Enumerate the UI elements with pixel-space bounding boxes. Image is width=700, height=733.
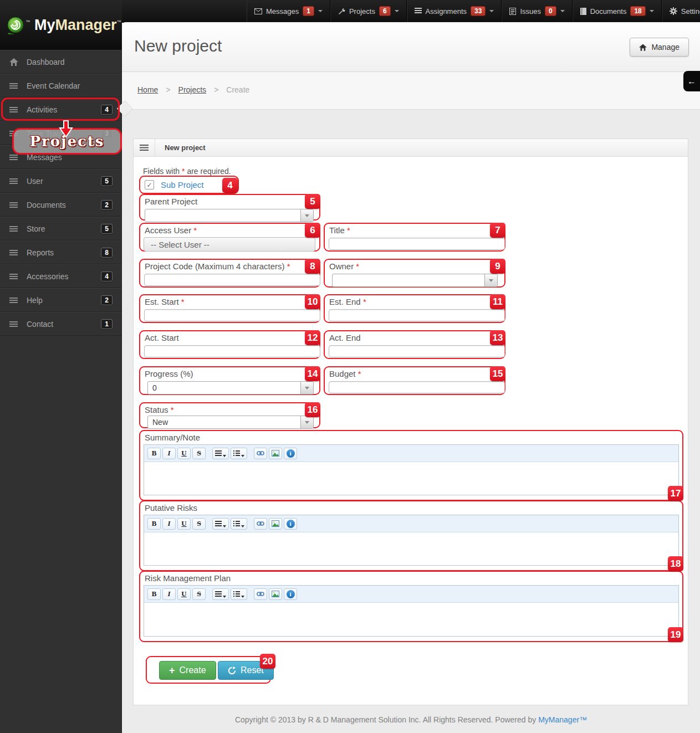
link-button[interactable] [254, 448, 267, 459]
breadcrumb-home[interactable]: Home [137, 85, 158, 94]
breadcrumb-projects[interactable]: Projects [178, 85, 207, 94]
sidebar-item-activities[interactable]: Activities 4 [0, 98, 121, 121]
sidebar-item-dashboard[interactable]: Dashboard [0, 50, 121, 74]
nav-projects[interactable]: Projects 6 [330, 0, 407, 22]
app-root: Messages 1 Projects 6 Assignments 33 Iss… [0, 0, 700, 733]
sidebar-item-store[interactable]: Store 5 [0, 217, 121, 240]
select-user-button[interactable]: -- Select User -- [144, 237, 315, 252]
strikethrough-button[interactable]: S [192, 518, 206, 530]
app-logo[interactable]: ™ MyManager ™ [0, 0, 122, 50]
align-button[interactable] [212, 518, 229, 530]
book-icon [580, 8, 586, 15]
sidebar-item-contact[interactable]: Contact 1 [0, 312, 121, 336]
owner-select[interactable] [332, 274, 498, 287]
annotation-badge-7: 7 [490, 223, 505, 238]
list-button[interactable] [231, 588, 247, 600]
info-button[interactable]: i [284, 588, 297, 600]
budget-input[interactable] [329, 381, 505, 393]
image-button[interactable] [269, 588, 282, 600]
editor-toolbar: B I U S i [144, 515, 678, 532]
field-risk-management-plan: Risk Management Plan B I U S i 19 [139, 571, 683, 642]
italic-button[interactable]: I [162, 448, 176, 459]
putative-risks-textarea[interactable] [144, 532, 678, 565]
dropdown-button[interactable] [484, 274, 497, 286]
sidebar-item-event-calendar[interactable]: Event Calendar [0, 74, 121, 98]
image-button[interactable] [269, 518, 282, 530]
sidebar-item-documents[interactable]: Documents 2 [0, 193, 121, 217]
annotation-badge-14: 14 [305, 366, 320, 381]
annotation-badge-17: 17 [668, 486, 683, 501]
bold-button[interactable]: B [147, 518, 161, 530]
sub-project-label[interactable]: Sub Project [161, 180, 204, 189]
nav-issues[interactable]: Issues 0 [502, 0, 572, 22]
wrench-icon [338, 8, 345, 15]
list-button[interactable] [231, 448, 247, 459]
act-end-input[interactable] [329, 345, 505, 357]
info-button[interactable]: i [284, 518, 297, 530]
link-button[interactable] [254, 588, 267, 600]
breadcrumb-separator: > [166, 85, 170, 94]
strikethrough-button[interactable]: S [192, 448, 206, 459]
field-act-start: Act. Start 12 [139, 330, 320, 359]
field-est-end: Est. End * 11 [324, 294, 505, 323]
user-count-badge: 5 [101, 176, 113, 186]
sub-project-checkbox[interactable]: ✓ [145, 180, 154, 189]
italic-button[interactable]: I [162, 588, 176, 600]
align-button[interactable] [212, 588, 229, 600]
bold-button[interactable]: B [147, 588, 161, 600]
logo-tm-mark: ™ [25, 19, 30, 24]
manage-button[interactable]: Manage [630, 38, 689, 57]
budget-label: Budget [329, 369, 356, 378]
bold-button[interactable]: B [147, 448, 161, 459]
annotation-badge-8: 8 [305, 259, 320, 274]
est-end-input[interactable] [329, 309, 505, 321]
italic-button[interactable]: I [162, 518, 176, 530]
align-button[interactable] [212, 448, 229, 459]
info-button[interactable]: i [284, 448, 297, 459]
field-sub-project: ✓ Sub Project 4 [139, 176, 239, 194]
breadcrumb-create: Create [226, 85, 249, 94]
sidebar-item-user[interactable]: User 5 [0, 169, 121, 193]
dropdown-button[interactable] [300, 382, 313, 394]
sidebar-item-help[interactable]: Help 2 [0, 288, 121, 312]
footer-brand-link[interactable]: MyManager™ [538, 715, 587, 724]
title-input[interactable] [329, 238, 505, 250]
editor-toolbar: B I U S i [144, 586, 678, 603]
link-button[interactable] [254, 518, 267, 530]
annotation-badge-19: 19 [668, 627, 683, 642]
field-putative-risks: Putative Risks B I U S i 18 [139, 500, 683, 571]
underline-button[interactable]: U [177, 448, 191, 459]
parent-project-select[interactable] [145, 209, 314, 222]
strikethrough-button[interactable]: S [192, 588, 206, 600]
project-code-input[interactable] [144, 274, 320, 286]
create-button[interactable]: +Create [159, 661, 216, 680]
sidebar-item-reports[interactable]: Reports 8 [0, 240, 121, 264]
list-icon [9, 249, 18, 256]
summary-note-label: Summary/Note [140, 431, 682, 442]
underline-button[interactable]: U [177, 588, 191, 600]
summary-note-textarea[interactable] [144, 462, 678, 495]
underline-button[interactable]: U [177, 518, 191, 530]
est-start-input[interactable] [144, 309, 320, 321]
annotation-badge-16: 16 [305, 402, 320, 417]
status-select[interactable]: New [147, 416, 314, 429]
list-icon [9, 297, 18, 304]
list-button[interactable] [231, 518, 247, 530]
panel-menu-button[interactable] [134, 139, 155, 156]
risk-plan-label: Risk Management Plan [140, 572, 682, 583]
sidebar-item-accessories[interactable]: Accessories 4 [0, 264, 121, 288]
dropdown-button[interactable] [300, 209, 313, 222]
act-start-input[interactable] [144, 345, 320, 357]
parent-project-label: Parent Project [140, 195, 319, 206]
progress-select[interactable]: 0 [147, 381, 314, 394]
risk-plan-textarea[interactable] [144, 603, 678, 636]
annotation-badge-6: 6 [305, 223, 320, 238]
accessories-count-badge: 4 [101, 271, 113, 281]
dropdown-button[interactable] [300, 416, 313, 428]
nav-assignments[interactable]: Assignments 33 [407, 0, 502, 22]
nav-settings[interactable]: Settings [662, 0, 700, 22]
nav-documents[interactable]: Documents 18 [573, 0, 662, 22]
collapse-panel-button[interactable]: ← [683, 71, 700, 91]
nav-messages[interactable]: Messages 1 [247, 0, 330, 22]
image-button[interactable] [269, 448, 282, 459]
